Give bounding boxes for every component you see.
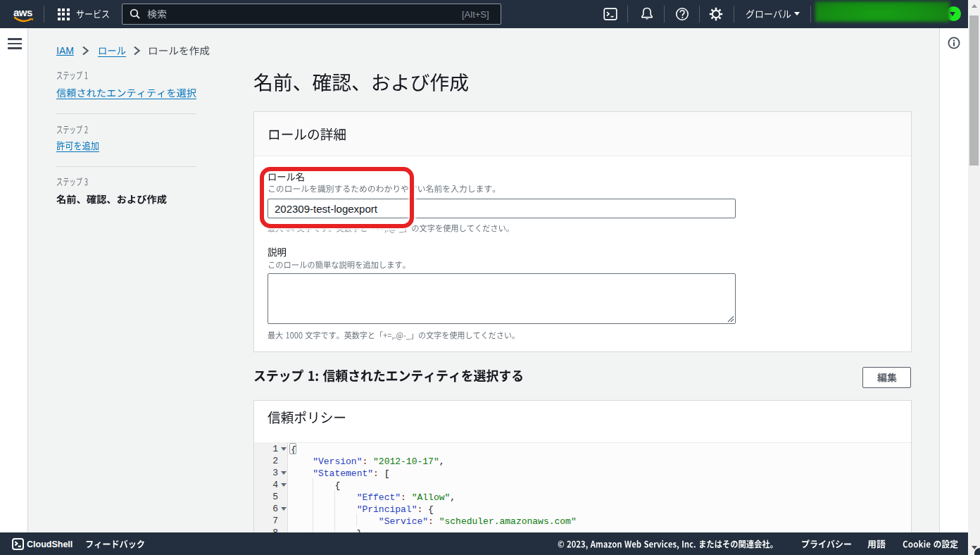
svg-text:aws: aws — [13, 6, 32, 18]
